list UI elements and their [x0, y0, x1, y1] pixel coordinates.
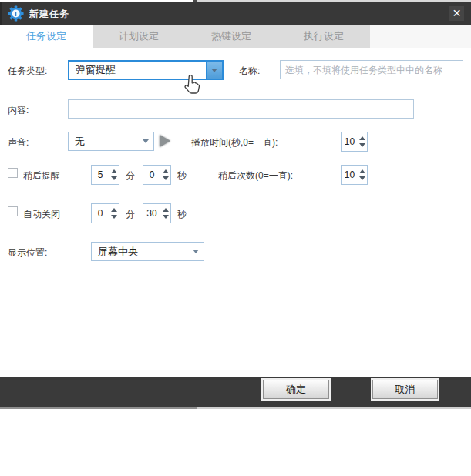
spinner-down-icon[interactable] [359, 176, 365, 180]
play-time-label: 播放时间(秒,0=一直): [191, 136, 278, 149]
play-time-spinner[interactable]: 10 [341, 132, 368, 152]
tab-execute-settings[interactable]: 执行设定 [278, 25, 370, 48]
task-type-value: 弹窗提醒 [69, 63, 206, 77]
form-panel: 任务类型: 弹窗提醒 名称: 内容: 声音: 无 播放时间(秒,0=一直): 1… [0, 48, 471, 377]
auto-close-label: 自动关闭 [23, 208, 60, 221]
remind-later-sec-spinner[interactable]: 0 [143, 165, 171, 185]
title-bar: T 新建任务 ✕ [0, 2, 471, 25]
chevron-down-icon [211, 69, 217, 72]
tab-task-settings[interactable]: 任务设定 [0, 25, 93, 48]
ok-button[interactable]: 确定 [263, 380, 329, 399]
auto-close-sec-unit: 秒 [177, 208, 187, 221]
later-count-spinner[interactable]: 10 [341, 165, 368, 185]
svg-text:T: T [14, 10, 19, 18]
later-count-label: 稍后次数(0=一直): [218, 169, 293, 183]
task-type-label: 任务类型: [8, 65, 47, 78]
window-shadow [0, 407, 197, 409]
spinner-down-icon[interactable] [163, 176, 169, 180]
name-input[interactable] [280, 60, 463, 79]
auto-close-checkbox[interactable] [8, 206, 18, 216]
auto-close-sec-spinner[interactable]: 30 [143, 203, 171, 223]
app-gear-logo-icon: T [8, 5, 24, 22]
play-sound-icon[interactable] [160, 135, 170, 147]
remind-later-min-spinner[interactable]: 5 [91, 165, 119, 185]
spinner-down-icon[interactable] [111, 215, 117, 219]
content-label: 内容: [8, 104, 29, 117]
spinner-up-icon[interactable] [111, 208, 117, 212]
remind-later-min-value: 5 [92, 166, 109, 184]
spinner-up-icon[interactable] [359, 169, 365, 173]
close-button[interactable]: ✕ [449, 6, 464, 21]
tab-bar: 任务设定 计划设定 热键设定 执行设定 [0, 25, 471, 48]
spinner-up-icon[interactable] [163, 208, 169, 212]
footer-bar: 确定 取消 [0, 377, 471, 407]
sound-label: 声音: [8, 136, 29, 149]
auto-close-min-value: 0 [92, 204, 109, 223]
spinner-down-icon[interactable] [111, 176, 117, 180]
position-value: 屏幕中央 [92, 245, 188, 259]
remind-later-sec-unit: 秒 [177, 169, 187, 183]
spinner-up-icon[interactable] [111, 169, 117, 173]
spinner-up-icon[interactable] [163, 169, 169, 173]
auto-close-min-spinner[interactable]: 0 [91, 203, 119, 223]
name-label: 名称: [239, 65, 260, 78]
position-label: 显示位置: [8, 246, 47, 260]
remind-later-min-unit: 分 [126, 169, 135, 183]
position-dropdown[interactable]: 屏幕中央 [91, 242, 204, 261]
cancel-button[interactable]: 取消 [372, 380, 438, 399]
remind-later-checkbox[interactable] [8, 168, 18, 178]
later-count-value: 10 [342, 166, 357, 184]
auto-close-sec-value: 30 [143, 204, 160, 223]
spinner-down-icon[interactable] [163, 215, 169, 219]
auto-close-min-unit: 分 [126, 208, 135, 221]
remind-later-label: 稍后提醒 [23, 169, 60, 183]
spinner-up-icon[interactable] [359, 136, 365, 140]
play-time-value: 10 [342, 132, 357, 151]
content-input[interactable] [68, 99, 414, 119]
tab-hotkey-settings[interactable]: 热键设定 [185, 25, 278, 48]
task-type-dropdown[interactable]: 弹窗提醒 [68, 60, 224, 80]
sound-dropdown[interactable]: 无 [68, 132, 154, 151]
remind-later-sec-value: 0 [143, 166, 160, 184]
window-title: 新建任务 [29, 8, 69, 21]
spinner-down-icon[interactable] [359, 143, 365, 147]
sound-value: 无 [69, 135, 138, 149]
task-type-dropdown-button[interactable] [206, 62, 222, 79]
chevron-down-icon [143, 139, 149, 143]
window-shadow [197, 407, 471, 409]
tab-plan-settings[interactable]: 计划设定 [93, 25, 185, 48]
chevron-down-icon [193, 250, 199, 253]
